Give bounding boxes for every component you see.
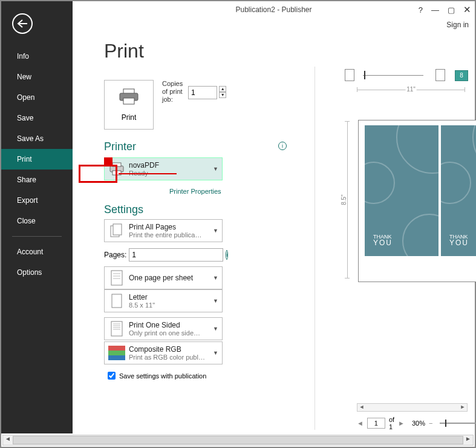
pages-icon (108, 222, 125, 239)
annotation-marker (104, 157, 112, 165)
signin-link[interactable]: Sign in (446, 21, 469, 29)
sidebar-item-print[interactable]: Print (1, 149, 73, 170)
vertical-divider (315, 67, 315, 430)
pages-row: Pages: i (104, 248, 223, 262)
duplex-sub: Only print on one side… (129, 329, 210, 337)
chevron-down-icon: ▼ (213, 228, 218, 234)
printer-dropdown[interactable]: novaPDF Ready ▼ (104, 157, 223, 180)
ruler-width-label: 11" (405, 86, 417, 93)
close-button[interactable]: ✕ (463, 4, 471, 15)
page-slider-1[interactable] (363, 75, 423, 76)
print-range-title: Print All Pages (129, 223, 210, 231)
main-panel: Publication2 - Publisher ? — ▢ ✕ Sign in… (73, 1, 475, 433)
svg-rect-7 (113, 224, 122, 235)
paper-sub: 8.5 x 11" (129, 301, 210, 309)
chevron-down-icon: ▼ (213, 275, 218, 281)
next-page-button[interactable]: ► (398, 420, 405, 427)
chevron-down-icon: ▼ (213, 326, 218, 332)
annotation-arrow (119, 173, 177, 174)
page-total-label: of 1 (389, 416, 394, 430)
sidebar-item-account[interactable]: Account (1, 242, 73, 262)
pages-label: Pages: (104, 251, 126, 259)
sidebar-item-export[interactable]: Export (1, 190, 73, 211)
last-page-icon[interactable] (435, 69, 445, 81)
zoom-out-button[interactable]: − (429, 420, 432, 427)
first-page-icon[interactable] (345, 69, 354, 81)
color-model-dropdown[interactable]: Composite RGB Print as RGB color publ… ▼ (104, 341, 223, 364)
paper-title: Letter (129, 293, 210, 301)
sidebar-item-close[interactable]: Close (1, 211, 73, 231)
zoom-label: 30% (412, 420, 425, 427)
backstage-sidebar: Info New Open Save Save As Print Share E… (1, 1, 73, 433)
sidebar-item-save[interactable]: Save (1, 108, 73, 128)
svg-rect-2 (123, 98, 134, 104)
settings-heading: Settings (104, 203, 143, 216)
svg-rect-12 (112, 294, 122, 308)
save-settings-input[interactable] (108, 372, 116, 380)
printer-properties-link[interactable]: Printer Properties (169, 188, 221, 195)
ruler-height-label: 8.5" (341, 194, 347, 205)
svg-rect-8 (111, 271, 122, 285)
maximize-button[interactable]: ▢ (448, 5, 455, 15)
print-preview-area: 8 11" 8.5" THANKYOU (321, 67, 471, 430)
sidebar-item-options[interactable]: Options (1, 262, 73, 283)
save-settings-label: Save settings with publication (119, 372, 206, 380)
minimize-button[interactable]: — (431, 5, 439, 15)
pages-per-sheet-title: One page per sheet (129, 274, 210, 282)
preview-hscroll[interactable]: ◄ ► (357, 403, 468, 412)
pages-per-sheet-dropdown[interactable]: One page per sheet ▼ (104, 266, 223, 289)
print-button-label: Print (122, 113, 137, 122)
color-model-title: Composite RGB (129, 345, 210, 354)
sidebar-item-new[interactable]: New (1, 67, 73, 87)
chevron-down-icon: ▼ (213, 298, 218, 304)
prev-page-button[interactable]: ◄ (357, 420, 364, 427)
print-range-dropdown[interactable]: Print All Pages Print the entire publica… (104, 219, 223, 242)
sidebar-item-share[interactable]: Share (1, 170, 73, 190)
vertical-ruler: 8.5" (344, 121, 352, 278)
color-model-sub: Print as RGB color publ… (129, 354, 210, 361)
save-settings-checkbox[interactable]: Save settings with publication (108, 372, 206, 380)
print-range-sub: Print the entire publica… (129, 231, 210, 239)
zoom-slider[interactable] (440, 423, 476, 424)
printer-heading: Printer (104, 140, 136, 153)
page-number-input[interactable] (367, 418, 385, 429)
page-preview: THANKYOU THANKYOU (358, 120, 476, 282)
preview-card-2: THANKYOU (441, 125, 476, 256)
sidebar-item-info[interactable]: Info (1, 46, 73, 67)
horizontal-ruler: 11" (357, 87, 465, 97)
copies-label: Copies of print job: (162, 80, 186, 104)
sidebar-separator (12, 236, 62, 237)
print-button[interactable]: Print (104, 80, 154, 130)
paper-size-dropdown[interactable]: Letter 8.5 x 11" ▼ (104, 289, 223, 312)
one-sided-icon (108, 320, 125, 337)
copies-input[interactable] (188, 86, 217, 99)
duplex-dropdown[interactable]: Print One Sided Only print on one side… … (104, 317, 223, 340)
chevron-down-icon: ▼ (213, 166, 218, 172)
paper-icon (108, 292, 125, 309)
preview-card-1: THANKYOU (365, 125, 439, 256)
printer-name: novaPDF (129, 161, 210, 170)
printer-icon (119, 88, 139, 110)
back-button[interactable] (12, 13, 33, 34)
window-hscroll[interactable]: ◄ ► (2, 435, 474, 446)
rgb-swatch-icon (108, 344, 125, 361)
pages-input[interactable] (129, 248, 223, 262)
copies-group: Copies of print job: ▲▼ (162, 80, 226, 104)
help-button[interactable]: ? (419, 5, 423, 15)
duplex-title: Print One Sided (129, 321, 210, 329)
pages-info-icon[interactable]: i (226, 250, 228, 260)
sidebar-item-saveas[interactable]: Save As (1, 128, 73, 149)
card-text-1-bottom: YOU (373, 239, 393, 247)
sidebar-item-open[interactable]: Open (1, 87, 73, 108)
page-title: Print (104, 40, 475, 62)
single-page-icon (108, 269, 125, 286)
printer-info-icon[interactable]: i (278, 142, 287, 150)
card-text-2-bottom: YOU (449, 239, 469, 247)
svg-rect-4 (112, 163, 121, 166)
chevron-down-icon: ▼ (213, 350, 218, 356)
preview-nav-bar: ◄ of 1 ► 30% − + ⛶ (357, 417, 468, 430)
multi-page-badge[interactable]: 8 (455, 70, 468, 81)
window-title: Publication2 - Publisher (235, 5, 311, 14)
copies-spinner[interactable]: ▲▼ (219, 86, 226, 98)
